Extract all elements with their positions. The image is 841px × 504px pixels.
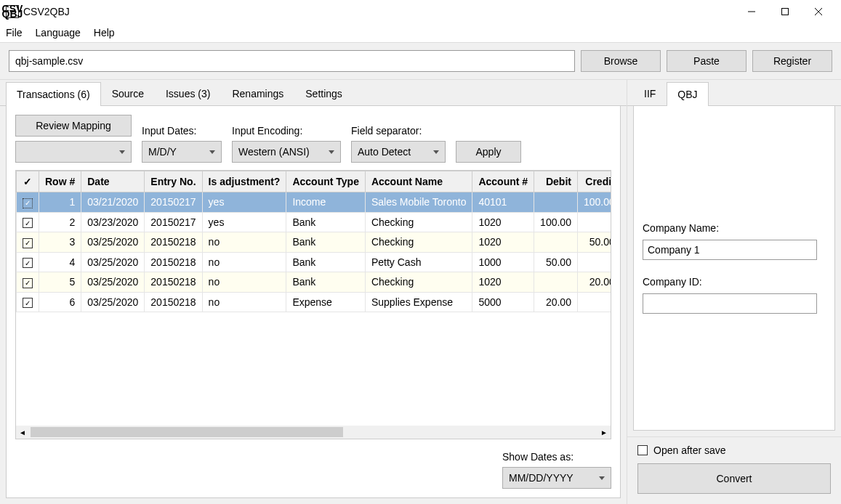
scroll-right-icon[interactable]: ► — [597, 428, 611, 436]
cell-adjustment: no — [202, 252, 286, 272]
toolbar: Browse Paste Register — [0, 42, 841, 80]
cell-account-name: Checking — [365, 232, 472, 253]
cell-debit — [534, 232, 578, 253]
col-account-name[interactable]: Account Name — [365, 171, 472, 192]
col-account-number[interactable]: Account # — [472, 171, 534, 192]
col-credit[interactable]: Credit — [577, 171, 611, 192]
input-encoding-select[interactable]: Western (ANSI) — [232, 141, 341, 163]
table-row[interactable]: ✓303/25/202020150218noBankChecking102050… — [17, 232, 611, 253]
cell-date: 03/25/2020 — [81, 232, 145, 253]
tab-qbj[interactable]: QBJ — [667, 82, 708, 106]
cell-row: 3 — [39, 232, 81, 253]
apply-button[interactable]: Apply — [456, 141, 521, 163]
register-button[interactable]: Register — [752, 50, 832, 72]
cell-credit: 20.00 — [577, 272, 611, 293]
review-mapping-button[interactable]: Review Mapping — [15, 115, 132, 137]
tab-source[interactable]: Source — [101, 81, 155, 105]
chevron-down-icon — [599, 476, 605, 480]
cell-account-type: Expense — [286, 292, 366, 312]
menu-help[interactable]: Help — [94, 27, 115, 38]
cell-account-type: Bank — [286, 212, 366, 232]
tab-settings[interactable]: Settings — [294, 81, 353, 105]
menubar: File Language Help — [0, 23, 841, 42]
browse-button[interactable]: Browse — [581, 50, 661, 72]
input-encoding-label: Input Encoding: — [232, 125, 341, 137]
horizontal-scrollbar[interactable]: ◄ ► — [16, 426, 611, 439]
cell-account-name: Supplies Expense — [365, 292, 472, 312]
convert-button[interactable]: Convert — [637, 463, 831, 494]
table-row[interactable]: ✓503/25/202020150218noBankChecking102020… — [17, 272, 611, 293]
col-entry[interactable]: Entry No. — [145, 171, 202, 192]
menu-file[interactable]: File — [6, 27, 23, 38]
cell-adjustment: no — [202, 272, 286, 293]
tab-renamings[interactable]: Renamings — [221, 81, 294, 105]
cell-credit: 100.00 — [577, 192, 611, 213]
row-checkbox[interactable]: ✓ — [23, 218, 33, 228]
scroll-left-icon[interactable]: ◄ — [16, 428, 29, 436]
tab-issues[interactable]: Issues (3) — [155, 81, 221, 105]
close-button[interactable] — [802, 1, 835, 23]
table-row[interactable]: ✓603/25/202020150218noExpenseSupplies Ex… — [17, 292, 611, 312]
col-row[interactable]: Row # — [39, 171, 81, 192]
show-dates-label: Show Dates as: — [502, 451, 574, 463]
chevron-down-icon — [209, 150, 215, 154]
cell-entry: 20150218 — [145, 252, 202, 272]
cell-entry: 20150218 — [145, 232, 202, 253]
open-after-save-checkbox[interactable] — [637, 445, 648, 455]
row-checkbox[interactable]: ✓ — [23, 238, 33, 248]
col-date[interactable]: Date — [81, 171, 145, 192]
cell-date: 03/25/2020 — [81, 252, 145, 272]
row-checkbox[interactable]: ✓ — [23, 258, 33, 268]
company-id-input[interactable] — [643, 293, 817, 314]
table-row[interactable]: ✓203/23/202020150217yesBankChecking10201… — [17, 212, 611, 232]
col-account-type[interactable]: Account Type — [286, 171, 366, 192]
row-checkbox[interactable]: ✓ — [23, 198, 33, 208]
input-dates-select[interactable]: M/D/Y — [142, 141, 222, 163]
cell-debit — [534, 272, 578, 293]
cell-account-number: 5000 — [472, 292, 534, 312]
open-after-save-label: Open after save — [653, 444, 726, 456]
mapping-dropdown[interactable] — [15, 141, 132, 163]
field-separator-label: Field separator: — [351, 125, 446, 137]
cell-row: 4 — [39, 252, 81, 272]
cell-account-name: Checking — [365, 272, 472, 293]
minimize-button[interactable] — [735, 1, 768, 23]
cell-entry: 20150218 — [145, 292, 202, 312]
row-checkbox[interactable]: ✓ — [23, 278, 33, 288]
chevron-down-icon — [329, 150, 334, 154]
cell-date: 03/25/2020 — [81, 272, 145, 293]
app-icon: CSVQBJ — [6, 5, 19, 18]
scrollbar-thumb[interactable] — [31, 427, 343, 437]
table-row[interactable]: ✓403/25/202020150218noBankPetty Cash1000… — [17, 252, 611, 272]
cell-debit: 50.00 — [534, 252, 578, 272]
cell-row: 6 — [39, 292, 81, 312]
col-check[interactable]: ✓ — [17, 171, 39, 192]
window-title: CSV2QBJ — [23, 6, 735, 17]
cell-debit: 20.00 — [534, 292, 578, 312]
show-dates-select[interactable]: MM/DD/YYYY — [502, 467, 611, 489]
left-tabs: Transactions (6) Source Issues (3) Renam… — [0, 80, 627, 106]
paste-button[interactable]: Paste — [667, 50, 747, 72]
cell-account-type: Bank — [286, 272, 366, 293]
col-adjustment[interactable]: Is adjustment? — [202, 171, 286, 192]
tab-iif[interactable]: IIF — [633, 81, 667, 105]
menu-language[interactable]: Language — [36, 27, 81, 38]
cell-account-name: Petty Cash — [365, 252, 472, 272]
row-checkbox[interactable]: ✓ — [23, 298, 33, 308]
cell-account-number: 1020 — [472, 272, 534, 293]
file-path-input[interactable] — [9, 50, 575, 72]
col-debit[interactable]: Debit — [534, 171, 578, 192]
maximize-button[interactable] — [768, 1, 802, 23]
tab-transactions[interactable]: Transactions (6) — [6, 82, 101, 106]
field-separator-select[interactable]: Auto Detect — [351, 141, 446, 163]
cell-adjustment: no — [202, 232, 286, 253]
cell-account-number: 1020 — [472, 232, 534, 253]
cell-entry: 20150217 — [145, 212, 202, 232]
cell-adjustment: yes — [202, 192, 286, 213]
right-tabs: IIF QBJ — [627, 80, 841, 106]
cell-credit — [577, 212, 611, 232]
cell-account-type: Bank — [286, 232, 366, 253]
company-name-input[interactable] — [643, 240, 817, 260]
cell-account-type: Bank — [286, 252, 366, 272]
table-row[interactable]: ✓103/21/202020150217yesIncomeSales Mobil… — [17, 192, 611, 213]
